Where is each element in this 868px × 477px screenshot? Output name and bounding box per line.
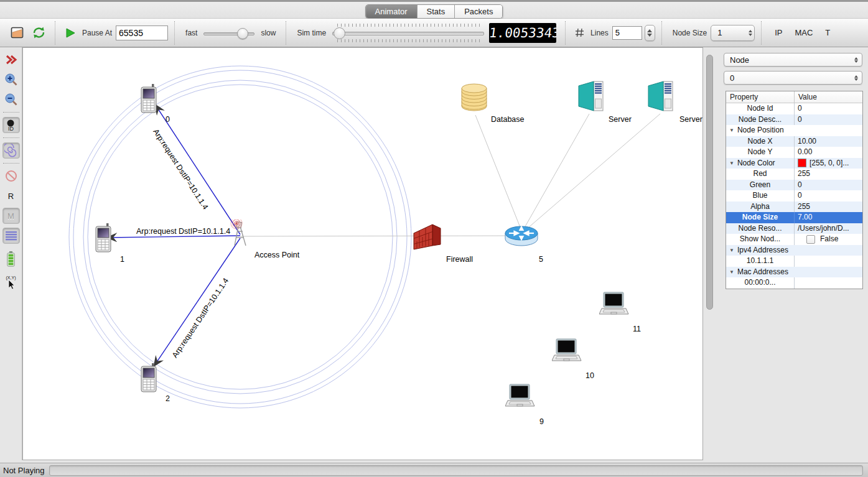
router-icon xyxy=(503,225,539,248)
table-row[interactable]: Node Id0 xyxy=(726,103,862,114)
node-pda-1[interactable] xyxy=(95,223,112,254)
node-size-label: Node Size xyxy=(673,29,707,37)
lines-input[interactable] xyxy=(612,26,642,40)
table-row[interactable]: Node Y0.00 xyxy=(726,147,862,158)
toolbar: Pause At fast slow Sim time 1.0053343 Li… xyxy=(0,19,868,47)
node-laptop-10[interactable] xyxy=(552,338,582,365)
wired-links xyxy=(240,114,660,236)
routing-button[interactable]: R xyxy=(2,188,20,204)
node-laptop-11[interactable] xyxy=(599,292,629,318)
show-mac-button[interactable]: MAC xyxy=(795,28,813,37)
tab-animator[interactable]: Animator xyxy=(366,5,418,18)
show-position-button[interactable]: (X,Y) xyxy=(2,272,20,292)
reset-simulation-button[interactable] xyxy=(32,26,46,39)
node-router-5[interactable] xyxy=(503,225,539,250)
zoom-out-button[interactable] xyxy=(2,91,20,108)
play-button[interactable] xyxy=(65,27,76,39)
tab-packets[interactable]: Packets xyxy=(455,5,502,18)
sim-time-slider[interactable] xyxy=(332,24,484,42)
table-row[interactable]: ▼Node Position xyxy=(726,125,862,136)
table-row[interactable]: Node Size7.00 xyxy=(726,212,862,223)
value-cell xyxy=(795,277,862,289)
access-point-icon xyxy=(228,220,250,247)
node-firewall[interactable] xyxy=(411,222,444,254)
lines-stepper[interactable] xyxy=(645,25,655,41)
canvas-scrollbar[interactable] xyxy=(706,55,713,310)
slow-label: slow xyxy=(261,29,276,37)
show-node-trajectory-checkbox[interactable] xyxy=(806,235,815,244)
node-label: 10 xyxy=(586,371,594,380)
table-row[interactable]: Alpha255 xyxy=(726,201,862,213)
show-node-id-button[interactable]: ID xyxy=(2,117,20,133)
table-row[interactable]: Node Reso.../Users/john/D... xyxy=(726,223,862,234)
spiral-icon xyxy=(4,144,18,157)
value-cell: 0.00 xyxy=(795,147,862,158)
capture-screenshot-button[interactable] xyxy=(10,26,24,39)
pda-icon xyxy=(140,363,157,392)
show-time-button[interactable]: T xyxy=(825,28,830,37)
pause-at-input[interactable] xyxy=(116,25,168,40)
packet-lines-button[interactable] xyxy=(2,228,20,244)
collapse-triangle-icon[interactable]: ▼ xyxy=(729,267,734,278)
collapse-triangle-icon[interactable]: ▼ xyxy=(729,125,734,136)
combo-arrows xyxy=(749,29,752,37)
zoom-in-button[interactable] xyxy=(2,72,20,88)
table-row[interactable]: Red255 xyxy=(726,169,862,180)
table-row[interactable]: Node Desc...0 xyxy=(726,114,862,126)
animation-canvas[interactable]: Arp:request DstIP=10.1.1.4 Arp:request D… xyxy=(22,47,703,460)
node-pda-0[interactable] xyxy=(140,84,157,115)
node-size-combo[interactable]: 1 xyxy=(711,25,755,41)
value-cell: 0 xyxy=(795,180,862,191)
sim-time-value: 1.0053343 xyxy=(489,23,556,43)
node-select-dropdown[interactable]: 0 xyxy=(724,71,862,85)
prohibition-icon xyxy=(5,170,17,182)
table-row[interactable]: 00:00:0... xyxy=(726,277,862,289)
table-row[interactable]: ▼Ipv4 Addresses xyxy=(726,245,862,256)
collapse-triangle-icon[interactable]: ▼ xyxy=(729,158,734,169)
column-header-property[interactable]: Property xyxy=(726,91,795,103)
toolbar-separator xyxy=(761,21,762,45)
table-row[interactable]: 10.1.1.1 xyxy=(726,256,862,267)
node-database[interactable] xyxy=(460,83,488,114)
node-pda-2[interactable] xyxy=(140,363,157,394)
table-row[interactable]: Green0 xyxy=(726,180,862,191)
value-cell xyxy=(795,256,862,267)
tab-stats[interactable]: Stats xyxy=(418,5,455,18)
play-status-label: Not Playing xyxy=(3,466,44,475)
battery-stats-button[interactable] xyxy=(2,251,20,267)
table-row[interactable]: Show Nod...False xyxy=(726,234,862,245)
table-row[interactable]: ▼Mac Addresses xyxy=(726,267,862,278)
node-server-2[interactable] xyxy=(646,80,674,114)
grid-toggle-button[interactable] xyxy=(575,28,584,37)
table-row[interactable]: ▼Node Color[255, 0, 0]... xyxy=(726,158,862,169)
node-server-1[interactable] xyxy=(577,80,604,114)
tab-strip: Animator Stats Packets xyxy=(0,0,868,19)
sim-time-slider-track xyxy=(332,32,484,35)
table-row[interactable]: Node X10.00 xyxy=(726,136,862,147)
dropdown-arrows-icon xyxy=(854,75,858,81)
collapse-triangle-icon[interactable]: ▼ xyxy=(729,245,734,256)
speed-slider-thumb[interactable] xyxy=(237,28,248,39)
cursor-arrow-icon xyxy=(7,280,16,290)
show-ip-button[interactable]: IP xyxy=(775,28,782,37)
metadata-button[interactable]: M xyxy=(2,208,20,224)
wireless-circles-button[interactable] xyxy=(2,142,20,159)
block-packets-button[interactable] xyxy=(2,168,20,184)
property-table-rows: Node Id0Node Desc...0▼Node PositionNode … xyxy=(726,103,862,289)
expand-button[interactable] xyxy=(2,52,20,68)
node-access-point[interactable] xyxy=(228,220,250,249)
toolbar-separator xyxy=(286,21,287,45)
column-header-value[interactable]: Value xyxy=(795,91,821,103)
node-laptop-9[interactable] xyxy=(505,384,535,410)
property-cell: 10.1.1.1 xyxy=(726,256,795,267)
sim-time-slider-thumb[interactable] xyxy=(334,27,345,39)
stacked-lines-icon xyxy=(5,231,17,241)
playback-progress-bar xyxy=(49,465,863,476)
sidebar-separator xyxy=(3,163,19,164)
property-group-cell: ▼Node Color xyxy=(726,158,795,169)
entity-type-dropdown[interactable]: Node xyxy=(724,53,862,67)
speed-slider[interactable] xyxy=(203,27,254,39)
table-row[interactable]: Blue0 xyxy=(726,190,862,201)
value-cell: False xyxy=(795,234,862,245)
firewall-icon xyxy=(411,222,444,252)
